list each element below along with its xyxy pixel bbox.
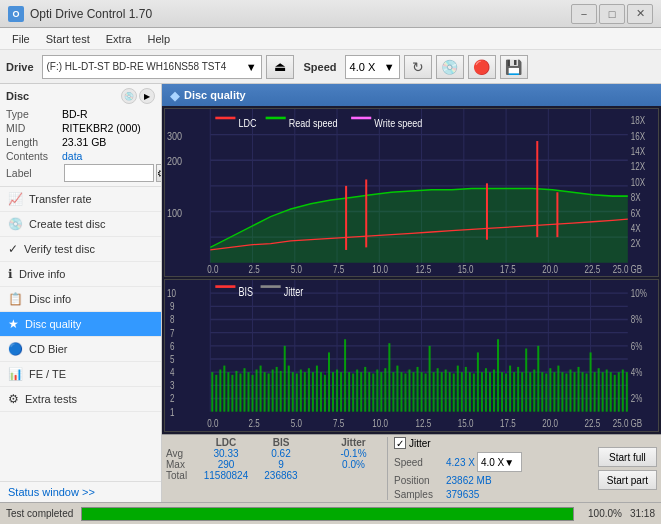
svg-text:3: 3: [170, 380, 174, 391]
svg-rect-145: [509, 365, 511, 411]
disc-action-icon[interactable]: ▶: [139, 88, 155, 104]
svg-rect-106: [352, 373, 354, 411]
svg-rect-164: [586, 373, 588, 411]
sidebar-item-extra-tests[interactable]: ⚙ Extra tests: [0, 387, 161, 412]
svg-text:10X: 10X: [631, 177, 645, 188]
drive-info-icon: ℹ: [8, 267, 13, 281]
total-label: Total: [166, 470, 196, 481]
burn-button[interactable]: 🔴: [468, 55, 496, 79]
svg-text:6: 6: [170, 340, 174, 351]
menu-help[interactable]: Help: [139, 31, 178, 47]
svg-rect-99: [324, 374, 326, 411]
svg-rect-166: [594, 372, 596, 412]
disc-type-row: Type BD-R: [6, 108, 155, 120]
svg-rect-94: [304, 372, 306, 412]
bis-max: 9: [256, 459, 306, 470]
sidebar-item-transfer-rate[interactable]: 📈 Transfer rate: [0, 187, 161, 212]
refresh-button[interactable]: ↻: [404, 55, 432, 79]
svg-text:5.0: 5.0: [291, 264, 302, 275]
eject-button[interactable]: ⏏: [266, 55, 294, 79]
bis-total: 236863: [256, 470, 306, 481]
position-key: Position: [394, 475, 444, 486]
disc-label-row: Label ⚙: [6, 164, 155, 182]
drive-label: Drive: [6, 61, 34, 73]
disc-icon: 💿: [121, 88, 137, 104]
start-full-button[interactable]: Start full: [598, 447, 657, 467]
svg-rect-169: [606, 369, 608, 411]
svg-text:17.5: 17.5: [500, 418, 516, 429]
disc-label-input[interactable]: [64, 164, 154, 182]
start-part-button[interactable]: Start part: [598, 470, 657, 490]
svg-rect-147: [517, 366, 519, 411]
svg-rect-72: [215, 374, 217, 411]
speed-selector[interactable]: 4.0 X ▼: [345, 55, 400, 79]
speed-selector-stats[interactable]: 4.0 X ▼: [477, 452, 522, 472]
svg-text:10.0: 10.0: [372, 418, 388, 429]
menu-start-test[interactable]: Start test: [38, 31, 98, 47]
close-button[interactable]: ✕: [627, 4, 653, 24]
svg-rect-135: [469, 372, 471, 412]
top-chart: 300 200 100 18X 16X 14X 12X 10X 8X 6X 4X…: [164, 108, 659, 277]
bis-header: BIS: [256, 437, 306, 448]
samples-key: Samples: [394, 489, 444, 500]
svg-rect-102: [336, 369, 338, 411]
menubar: File Start test Extra Help: [0, 28, 661, 50]
svg-rect-92: [296, 373, 298, 411]
nav-disc-quality-label: Disc quality: [25, 318, 81, 330]
svg-rect-100: [328, 352, 330, 411]
svg-rect-88: [280, 370, 282, 411]
sidebar-item-fe-te[interactable]: 📊 FE / TE: [0, 362, 161, 387]
svg-rect-113: [380, 372, 382, 412]
nav-disc-info-label: Disc info: [29, 293, 71, 305]
svg-text:200: 200: [167, 155, 182, 167]
drive-selector[interactable]: (F:) HL-DT-ST BD-RE WH16NS58 TST4 ▼: [42, 55, 262, 79]
menu-file[interactable]: File: [4, 31, 38, 47]
maximize-button[interactable]: □: [599, 4, 625, 24]
avg-label: Avg: [166, 448, 196, 459]
svg-rect-120: [408, 369, 410, 411]
svg-text:10%: 10%: [631, 288, 647, 299]
svg-text:5: 5: [170, 354, 174, 365]
svg-text:4: 4: [170, 367, 174, 378]
svg-rect-116: [392, 372, 394, 412]
save-button[interactable]: 💾: [500, 55, 528, 79]
status-window-button[interactable]: Status window >>: [0, 481, 161, 502]
svg-rect-101: [332, 372, 334, 412]
svg-text:0.0: 0.0: [207, 264, 218, 275]
svg-rect-201: [215, 285, 235, 288]
svg-text:LDC: LDC: [238, 117, 257, 129]
sidebar-item-create-test-disc[interactable]: 💿 Create test disc: [0, 212, 161, 237]
menu-extra[interactable]: Extra: [98, 31, 140, 47]
jitter-avg: -0.1%: [326, 448, 381, 459]
disc-button[interactable]: 💿: [436, 55, 464, 79]
svg-rect-151: [533, 369, 535, 411]
position-val: 23862 MB: [446, 475, 492, 486]
svg-rect-107: [356, 369, 358, 411]
svg-rect-82: [256, 369, 258, 411]
sidebar-item-cd-bier[interactable]: 🔵 CD Bier: [0, 337, 161, 362]
minimize-button[interactable]: −: [571, 4, 597, 24]
sidebar-item-disc-info[interactable]: 📋 Disc info: [0, 287, 161, 312]
speed-val: 4.23 X: [446, 457, 475, 468]
svg-text:4%: 4%: [631, 367, 643, 378]
sidebar-item-verify-test-disc[interactable]: ✓ Verify test disc: [0, 237, 161, 262]
create-test-disc-icon: 💿: [8, 217, 23, 231]
sidebar-item-disc-quality[interactable]: ★ Disc quality: [0, 312, 161, 337]
bis-avg: 0.62: [256, 448, 306, 459]
jitter-label: Jitter: [409, 438, 431, 449]
svg-text:18X: 18X: [631, 115, 645, 126]
status-window-label: Status window >>: [8, 486, 95, 498]
sidebar-item-drive-info[interactable]: ℹ Drive info: [0, 262, 161, 287]
svg-rect-173: [622, 369, 624, 411]
svg-rect-112: [376, 369, 378, 411]
svg-rect-86: [272, 369, 274, 411]
svg-rect-95: [308, 368, 310, 411]
svg-rect-84: [264, 372, 266, 412]
window-controls: − □ ✕: [571, 4, 653, 24]
svg-text:2.5: 2.5: [249, 264, 260, 275]
nav-fe-te-label: FE / TE: [29, 368, 66, 380]
nav-drive-info-label: Drive info: [19, 268, 65, 280]
svg-text:300: 300: [167, 130, 182, 142]
jitter-checkbox[interactable]: ✓: [394, 437, 406, 449]
toolbar: Drive (F:) HL-DT-ST BD-RE WH16NS58 TST4 …: [0, 50, 661, 84]
